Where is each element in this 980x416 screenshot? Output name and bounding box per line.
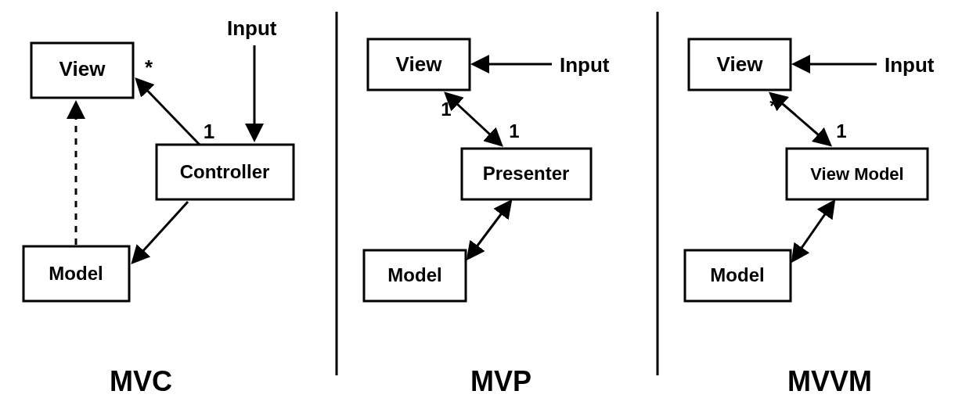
mvp-multiplicity-view: 1 bbox=[441, 99, 451, 120]
mvc-controller-label: Controller bbox=[180, 161, 270, 182]
mvvm-multiplicity-viewmodel: 1 bbox=[836, 120, 846, 142]
mvvm-title: MVVM bbox=[787, 365, 872, 397]
mvc-title: MVC bbox=[110, 365, 172, 397]
mvc-model-label: Model bbox=[49, 263, 103, 284]
mvvm-multiplicity-view: * bbox=[769, 95, 777, 117]
mvvm-view-label: View bbox=[717, 52, 764, 76]
mvp-input-label: Input bbox=[560, 53, 610, 77]
mvp-panel: View Presenter Model Input 1 1 MVP bbox=[364, 39, 610, 397]
patterns-diagram: View Controller Model Input * 1 MVC View… bbox=[0, 0, 980, 416]
mvc-arrow-controller-model bbox=[133, 202, 188, 262]
mvp-view-label: View bbox=[396, 52, 443, 76]
mvp-title: MVP bbox=[470, 365, 531, 397]
mvp-presenter-label: Presenter bbox=[483, 163, 570, 184]
mvc-panel: View Controller Model Input * 1 MVC bbox=[23, 16, 294, 397]
mvvm-arrow-viewmodel-model bbox=[793, 202, 834, 260]
mvp-multiplicity-presenter: 1 bbox=[509, 120, 519, 142]
mvp-arrow-presenter-model bbox=[468, 202, 510, 258]
mvvm-input-label: Input bbox=[885, 53, 935, 77]
mvvm-arrow-view-viewmodel bbox=[771, 94, 830, 145]
mvc-multiplicity-view: * bbox=[145, 56, 153, 79]
mvvm-panel: View View Model Model Input * 1 MVVM bbox=[685, 39, 935, 397]
mvc-multiplicity-controller: 1 bbox=[204, 120, 214, 143]
mvc-input-label: Input bbox=[227, 16, 277, 40]
mvvm-model-label: Model bbox=[710, 264, 764, 285]
mvc-view-label: View bbox=[59, 57, 106, 81]
mvp-arrow-view-presenter bbox=[446, 94, 501, 145]
mvvm-viewmodel-label: View Model bbox=[810, 164, 903, 184]
mvc-arrow-controller-view bbox=[137, 80, 200, 145]
mvp-model-label: Model bbox=[387, 264, 441, 285]
